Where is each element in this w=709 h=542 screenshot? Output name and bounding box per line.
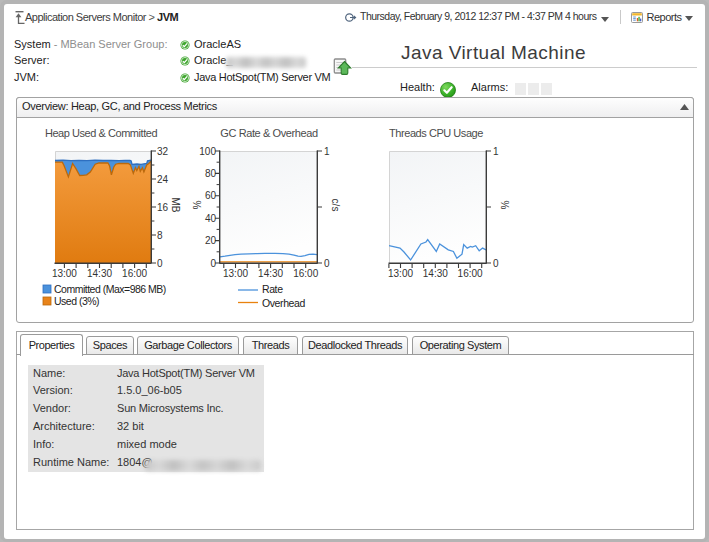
svg-text:%: % (499, 201, 510, 210)
svg-text:Rate: Rate (262, 283, 283, 295)
svg-text:40: 40 (205, 213, 217, 224)
svg-text:13:00: 13:00 (52, 268, 77, 279)
svg-text:c/s: c/s (330, 199, 341, 212)
svg-text:0: 0 (157, 258, 163, 269)
svg-text:16: 16 (157, 202, 169, 213)
svg-text:1: 1 (324, 146, 330, 157)
svg-text:Heap Used & Committed: Heap Used & Committed (45, 127, 158, 139)
svg-text:0: 0 (493, 258, 499, 269)
svg-text:60: 60 (205, 190, 217, 201)
svg-text:80: 80 (205, 168, 217, 179)
svg-text:14:30: 14:30 (423, 268, 448, 279)
svg-text:16:00: 16:00 (293, 268, 318, 279)
svg-text:100: 100 (199, 146, 216, 157)
svg-text:0: 0 (210, 258, 216, 269)
svg-text:8: 8 (157, 230, 163, 241)
svg-text:0: 0 (324, 258, 330, 269)
svg-text:13:00: 13:00 (223, 268, 248, 279)
svg-text:24: 24 (157, 174, 169, 185)
svg-text:MB: MB (170, 198, 181, 213)
svg-text:20: 20 (205, 235, 217, 246)
svg-text:GC Rate & Overhead: GC Rate & Overhead (220, 127, 318, 139)
svg-text:Committed (Max=986 MB): Committed (Max=986 MB) (54, 283, 166, 295)
svg-text:1: 1 (493, 146, 499, 157)
svg-text:13:00: 13:00 (388, 268, 413, 279)
svg-text:Overhead: Overhead (262, 297, 305, 309)
svg-text:16:00: 16:00 (122, 268, 147, 279)
svg-text:16:00: 16:00 (458, 268, 483, 279)
svg-text:14:30: 14:30 (87, 268, 112, 279)
svg-text:32: 32 (157, 146, 169, 157)
svg-text:%: % (191, 201, 202, 210)
svg-text:14:30: 14:30 (258, 268, 283, 279)
svg-text:Threads CPU Usage: Threads CPU Usage (389, 127, 483, 139)
svg-text:Used (3%): Used (3%) (54, 295, 99, 307)
